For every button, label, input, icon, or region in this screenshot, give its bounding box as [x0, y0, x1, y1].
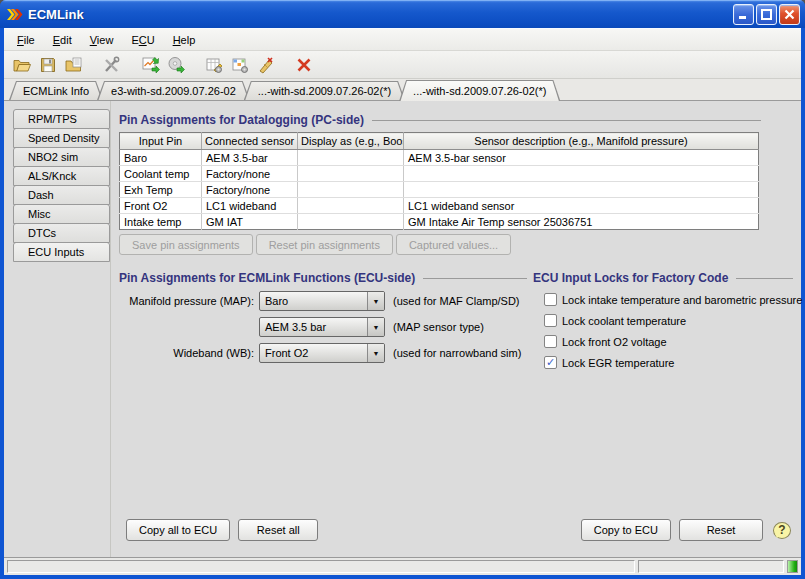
map-note: (used for MAF Clamp/SD) [393, 295, 520, 307]
sidebar-item-misc[interactable]: Misc [13, 204, 110, 224]
wideband-source-select[interactable]: Front O2 ▼ [259, 343, 385, 363]
copy-to-ecu-button[interactable]: Copy to ECU [581, 519, 671, 541]
table-cell[interactable]: Front O2 [120, 198, 202, 214]
checkbox-unchecked[interactable] [544, 314, 557, 327]
table-cell[interactable]: Factory/none [202, 182, 298, 198]
table-cell[interactable]: Coolant temp [120, 166, 202, 182]
table-cell[interactable]: AEM 3.5-bar [202, 150, 298, 166]
sidebar-item-rpm-tps[interactable]: RPM/TPS [13, 109, 110, 129]
menu-help[interactable]: Help [164, 31, 205, 49]
table-cell[interactable] [298, 198, 404, 214]
table-cell[interactable]: AEM 3.5-bar sensor [404, 150, 759, 166]
table-row[interactable]: Intake tempGM IATGM Intake Air Temp sens… [120, 214, 759, 230]
menu-view[interactable]: View [81, 31, 123, 49]
checkbox-checked[interactable]: ✓ [544, 356, 557, 369]
title-bar[interactable]: ECMLink [0, 0, 805, 28]
map-sensor-type-select[interactable]: AEM 3.5 bar ▼ [259, 317, 385, 337]
save-pin-assignments-button[interactable]: Save pin assignments [119, 234, 253, 255]
reset-button[interactable]: Reset [679, 519, 763, 541]
checkbox-unchecked[interactable] [544, 293, 557, 306]
view-tables-icon[interactable] [228, 53, 252, 77]
save-as-icon[interactable] [62, 53, 86, 77]
checkbox-label: Lock intake temperature and barometric p… [562, 294, 802, 306]
ecu-locks-list: Lock intake temperature and barometric p… [533, 293, 793, 369]
chevron-down-icon: ▼ [367, 344, 384, 362]
table-cell[interactable]: Intake temp [120, 214, 202, 230]
column-header-input-pin[interactable]: Input Pin [120, 133, 202, 150]
sidebar-item-ecu-inputs[interactable]: ECU Inputs [13, 242, 110, 262]
clear-data-icon[interactable] [254, 53, 278, 77]
table-cell[interactable] [298, 214, 404, 230]
table-cell[interactable] [298, 182, 404, 198]
tab-2-with-sd-2009-07-26-02[interactable]: ...-with-sd.2009.07.26-02(*) [244, 81, 405, 100]
sidebar-item-dash[interactable]: Dash [13, 185, 110, 205]
help-icon[interactable]: ? [773, 522, 791, 539]
sidebar-item-als-knck[interactable]: ALS/Knck [13, 166, 110, 186]
column-header-connected-sensor[interactable]: Connected sensor [202, 133, 298, 150]
save-file-icon[interactable] [36, 53, 60, 77]
pin-assignment-table[interactable]: Input PinConnected sensorDisplay as (e.g… [119, 132, 759, 230]
column-header-sensor-description-e[interactable]: Sensor description (e.g., Manifold press… [404, 133, 759, 150]
table-cell[interactable] [404, 166, 759, 182]
lock-row-lock-front-o2-voltage: Lock front O2 voltage [533, 335, 793, 348]
minimize-button[interactable] [733, 4, 754, 25]
toolbar [4, 51, 801, 79]
lock-row-lock-intake-temperature-: Lock intake temperature and barometric p… [533, 293, 793, 306]
checkbox-label: Lock coolant temperature [562, 315, 686, 327]
reset-pin-assignments-button[interactable]: Reset pin assignments [256, 234, 393, 255]
write-to-ecu-icon[interactable] [164, 53, 188, 77]
table-cell[interactable] [404, 182, 759, 198]
menu-edit[interactable]: Edit [44, 31, 81, 49]
table-row[interactable]: Front O2LC1 widebandLC1 wideband sensor [120, 198, 759, 214]
menu-file[interactable]: File [8, 31, 44, 49]
column-header-display-as-e-g-boost[interactable]: Display as (e.g., Boost) [298, 133, 404, 150]
copy-all-to-ecu-button[interactable]: Copy all to ECU [126, 519, 230, 541]
map-sensor-note: (MAP sensor type) [393, 321, 484, 333]
captured-values-button[interactable]: Captured values... [396, 234, 511, 255]
menu-bar: FileEditViewECUHelp [4, 28, 801, 51]
map-source-select[interactable]: Baro ▼ [259, 291, 385, 311]
tab-3-with-sd-2009-07-26-02[interactable]: ...-with-sd.2009.07.26-02(*) [399, 80, 560, 101]
document-tab-bar: ECMLink Infoe3-with-sd.2009.07.26-02...-… [4, 79, 801, 101]
lock-row-lock-egr-temperature: ✓Lock EGR temperature [533, 356, 793, 369]
reset-all-button[interactable]: Reset all [238, 519, 318, 541]
table-cell[interactable]: Factory/none [202, 166, 298, 182]
edit-tables-icon[interactable] [202, 53, 226, 77]
chevron-down-icon: ▼ [367, 292, 384, 310]
checkbox-label: Lock front O2 voltage [562, 336, 667, 348]
sidebar-item-nbo2-sim[interactable]: NBO2 sim [13, 147, 110, 167]
tab-0-ecmlink-info[interactable]: ECMLink Info [9, 81, 103, 100]
table-cell[interactable]: LC1 wideband [202, 198, 298, 214]
checkbox-unchecked[interactable] [544, 335, 557, 348]
status-message-panel [7, 560, 635, 573]
table-cell[interactable]: LC1 wideband sensor [404, 198, 759, 214]
tab-1-e3-with-sd-2009-07-26-02[interactable]: e3-with-sd.2009.07.26-02 [97, 81, 250, 100]
table-cell[interactable] [298, 150, 404, 166]
lock-row-lock-coolant-temperature: Lock coolant temperature [533, 314, 793, 327]
map-label: Manifold pressure (MAP): [119, 295, 259, 307]
close-button[interactable] [779, 4, 800, 25]
pin-table-body: BaroAEM 3.5-barAEM 3.5-bar sensorCoolant… [120, 150, 759, 230]
table-row[interactable]: Exh TempFactory/none [120, 182, 759, 198]
sidebar-item-dtcs[interactable]: DTCs [13, 223, 110, 243]
content-area: RPM/TPSSpeed DensityNBO2 simALS/KnckDash… [4, 101, 801, 558]
menu-ecu[interactable]: ECU [122, 31, 163, 49]
table-row[interactable]: BaroAEM 3.5-barAEM 3.5-bar sensor [120, 150, 759, 166]
sidebar-item-speed-density[interactable]: Speed Density [13, 128, 110, 148]
table-row[interactable]: Coolant tempFactory/none [120, 166, 759, 182]
table-cell[interactable]: GM Intake Air Temp sensor 25036751 [404, 214, 759, 230]
table-cell[interactable]: GM IAT [202, 214, 298, 230]
read-from-ecu-icon[interactable] [138, 53, 162, 77]
table-cell[interactable]: Baro [120, 150, 202, 166]
table-cell[interactable]: Exh Temp [120, 182, 202, 198]
delete-icon[interactable] [292, 53, 316, 77]
status-bar [4, 558, 801, 575]
maximize-button[interactable] [756, 4, 777, 25]
open-file-icon[interactable] [10, 53, 34, 77]
status-aux-panel [638, 560, 784, 573]
table-cell[interactable] [298, 166, 404, 182]
datalogging-group: Pin Assignments for Datalogging (PC-side… [119, 113, 761, 255]
tools-icon[interactable] [100, 53, 124, 77]
pin-table-header: Input PinConnected sensorDisplay as (e.g… [120, 133, 759, 150]
wideband-label: Wideband (WB): [119, 347, 259, 359]
